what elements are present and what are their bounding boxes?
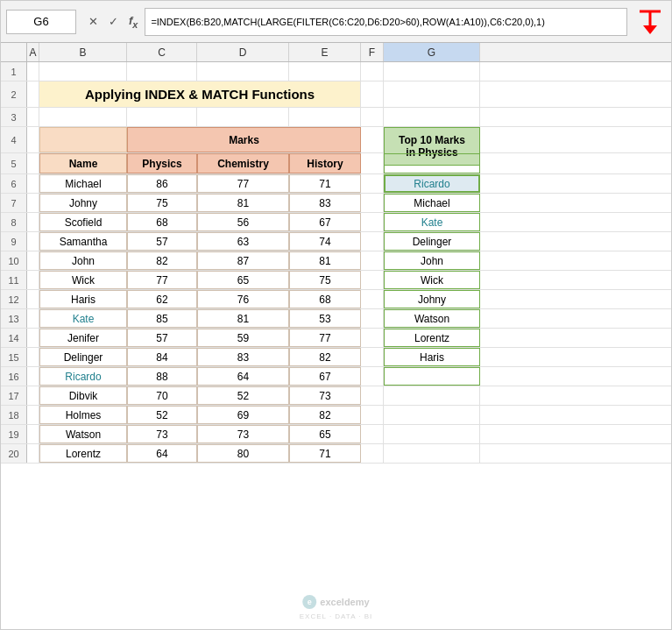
cell-c20[interactable]: 64 (127, 444, 197, 463)
cell-d3[interactable] (197, 108, 289, 126)
cell-f9[interactable] (361, 232, 384, 251)
cell-b5[interactable]: Name (39, 153, 127, 173)
cell-reference-box[interactable]: G6 (6, 10, 76, 34)
cell-d17[interactable]: 52 (197, 386, 289, 405)
cell-e16[interactable]: 67 (289, 367, 361, 386)
cell-g14[interactable]: Lorentz (384, 329, 480, 347)
function-icon[interactable]: fx (125, 12, 141, 32)
cell-f20[interactable] (361, 444, 384, 463)
cell-a1[interactable] (27, 62, 39, 81)
cell-c11[interactable]: 77 (127, 271, 197, 289)
cell-c7[interactable]: 75 (127, 194, 197, 212)
cell-a4[interactable] (27, 127, 39, 152)
cell-b9[interactable]: Samantha (39, 232, 127, 251)
cell-d16[interactable]: 64 (197, 367, 289, 386)
cell-d6[interactable]: 77 (197, 174, 289, 193)
cell-b12[interactable]: Haris (39, 290, 127, 308)
cell-e3[interactable] (289, 108, 361, 126)
cell-a20[interactable] (27, 444, 39, 463)
cell-f12[interactable] (361, 290, 384, 308)
cell-e20[interactable]: 71 (289, 444, 361, 463)
cell-b13[interactable]: Kate (39, 309, 127, 328)
cell-a12[interactable] (27, 290, 39, 308)
cell-g6[interactable]: Ricardo (384, 174, 480, 193)
cell-c19[interactable]: 73 (127, 425, 197, 443)
cell-e14[interactable]: 77 (289, 329, 361, 347)
cell-d14[interactable]: 59 (197, 329, 289, 347)
cell-a15[interactable] (27, 348, 39, 366)
cell-a18[interactable] (27, 406, 39, 424)
cell-a14[interactable] (27, 329, 39, 347)
cell-g17[interactable] (384, 386, 480, 405)
cell-a6[interactable] (27, 174, 39, 193)
cell-b18[interactable]: Holmes (39, 406, 127, 424)
cell-f8[interactable] (361, 213, 384, 231)
cell-b6[interactable]: Michael (39, 174, 127, 193)
cell-f5[interactable] (361, 153, 384, 173)
cell-marks-header[interactable]: Marks (127, 127, 361, 152)
cell-b16[interactable]: Ricardo (39, 367, 127, 386)
cell-f7[interactable] (361, 194, 384, 212)
cell-f13[interactable] (361, 309, 384, 328)
cell-g1[interactable] (384, 62, 480, 81)
cell-e1[interactable] (289, 62, 361, 81)
cell-a3[interactable] (27, 108, 39, 126)
cell-e12[interactable]: 68 (289, 290, 361, 308)
cell-a10[interactable] (27, 251, 39, 270)
cell-a19[interactable] (27, 425, 39, 443)
cell-b10[interactable]: John (39, 251, 127, 270)
cell-e10[interactable]: 81 (289, 251, 361, 270)
cell-e18[interactable]: 82 (289, 406, 361, 424)
cell-title[interactable]: Applying INDEX & MATCH Functions (39, 81, 361, 107)
cell-d9[interactable]: 63 (197, 232, 289, 251)
cell-d5[interactable]: Chemistry (197, 153, 289, 173)
cell-b17[interactable]: Dibvik (39, 386, 127, 405)
cell-e15[interactable]: 82 (289, 348, 361, 366)
cell-g20[interactable] (384, 444, 480, 463)
confirm-icon[interactable]: ✓ (105, 13, 122, 30)
cell-c9[interactable]: 57 (127, 232, 197, 251)
cell-g10[interactable]: John (384, 251, 480, 270)
cell-c17[interactable]: 70 (127, 386, 197, 405)
cell-g7[interactable]: Michael (384, 194, 480, 212)
cell-d7[interactable]: 81 (197, 194, 289, 212)
cell-d15[interactable]: 83 (197, 348, 289, 366)
cell-c5[interactable]: Physics (127, 153, 197, 173)
cell-a13[interactable] (27, 309, 39, 328)
cell-g15[interactable]: Haris (384, 348, 480, 366)
cell-b14[interactable]: Jenifer (39, 329, 127, 347)
cell-c15[interactable]: 84 (127, 348, 197, 366)
cell-g12[interactable]: Johny (384, 290, 480, 308)
cell-e19[interactable]: 65 (289, 425, 361, 443)
cell-b4[interactable] (39, 127, 127, 152)
cell-g16[interactable] (384, 367, 480, 386)
cell-f6[interactable] (361, 174, 384, 193)
cell-g3[interactable] (384, 108, 480, 126)
col-header-e[interactable]: E (289, 43, 361, 61)
cell-b8[interactable]: Scofield (39, 213, 127, 231)
cell-f17[interactable] (361, 386, 384, 405)
cell-e6[interactable]: 71 (289, 174, 361, 193)
col-header-b[interactable]: B (39, 43, 127, 61)
cell-f2[interactable] (361, 81, 384, 107)
cell-g18[interactable] (384, 406, 480, 424)
cell-a16[interactable] (27, 367, 39, 386)
cell-c13[interactable]: 85 (127, 309, 197, 328)
cell-e8[interactable]: 67 (289, 213, 361, 231)
cell-f3[interactable] (361, 108, 384, 126)
cell-f14[interactable] (361, 329, 384, 347)
cell-d20[interactable]: 80 (197, 444, 289, 463)
cell-d12[interactable]: 76 (197, 290, 289, 308)
cell-f1[interactable] (361, 62, 384, 81)
cell-b20[interactable]: Lorentz (39, 444, 127, 463)
col-header-f[interactable]: F (361, 43, 384, 61)
cell-f15[interactable] (361, 348, 384, 366)
cell-f4[interactable] (361, 127, 384, 152)
cell-d18[interactable]: 69 (197, 406, 289, 424)
cell-g5[interactable] (384, 153, 480, 173)
cell-c14[interactable]: 57 (127, 329, 197, 347)
cell-f10[interactable] (361, 251, 384, 270)
cell-b15[interactable]: Delinger (39, 348, 127, 366)
col-header-g[interactable]: G (384, 43, 480, 61)
cell-g8[interactable]: Kate (384, 213, 480, 231)
